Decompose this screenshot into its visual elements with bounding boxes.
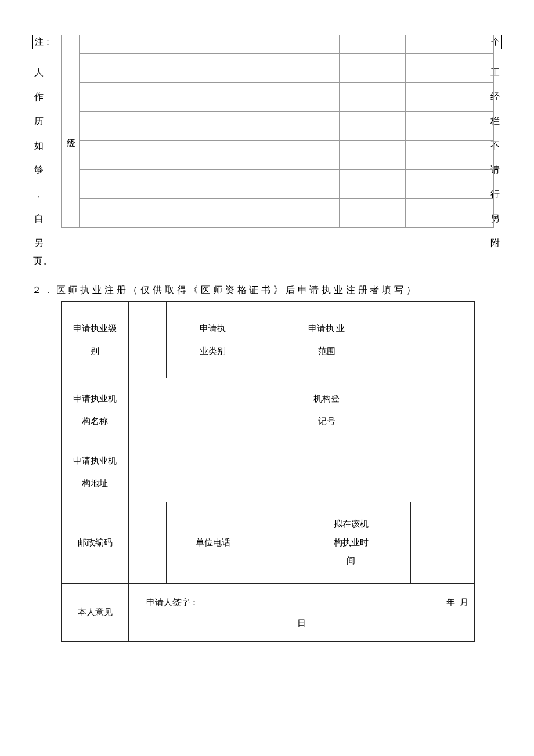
note-left-vertical-text: 人 作 历 如 够 ， 自 另: [34, 60, 45, 255]
phone-value[interactable]: [259, 502, 291, 584]
duration-label: 拟在该机 构执业时 间: [291, 502, 411, 584]
registration-table: 申请执业级 别 申请执 业类别 申请执 业 范围 申请执业机 构名称 机构登 记…: [61, 301, 475, 642]
org-reg-label: 机构登 记号: [291, 378, 362, 442]
exp-cell[interactable]: [118, 141, 340, 170]
duration-value[interactable]: [411, 502, 475, 584]
exp-cell[interactable]: [406, 54, 494, 83]
day-label: 日: [129, 613, 474, 634]
opinion-cell[interactable]: 申请人签字： 年 月 日: [129, 584, 475, 642]
note-label: 注：: [32, 35, 55, 49]
scope-label: 申请执 业 范围: [291, 302, 362, 378]
exp-cell[interactable]: [118, 170, 340, 199]
org-addr-value[interactable]: [129, 442, 475, 502]
exp-cell[interactable]: [80, 54, 118, 83]
org-name-value[interactable]: [129, 378, 291, 442]
exp-cell[interactable]: [406, 199, 494, 228]
phone-label: 单位电话: [167, 502, 259, 584]
exp-cell[interactable]: [118, 35, 340, 54]
experience-table: 经历: [61, 35, 494, 228]
exp-cell[interactable]: [406, 141, 494, 170]
post-value[interactable]: [129, 502, 167, 584]
section2-heading: ２．医师执业注册（仅供取得《医师资格证书》后申请执业注册者填写）: [32, 284, 502, 296]
exp-cell[interactable]: [80, 170, 118, 199]
org-addr-label: 申请执业机 构地址: [62, 442, 129, 502]
scope-value[interactable]: [362, 302, 475, 378]
date-label: 年 月: [446, 592, 474, 613]
exp-cell[interactable]: [80, 199, 118, 228]
exp-cell[interactable]: [340, 35, 406, 54]
category-value[interactable]: [259, 302, 291, 378]
exp-cell[interactable]: [80, 141, 118, 170]
exp-cell[interactable]: [340, 83, 406, 112]
exp-cell[interactable]: [406, 170, 494, 199]
post-label: 邮政编码: [62, 502, 129, 584]
exp-cell[interactable]: [340, 54, 406, 83]
exp-cell[interactable]: [118, 83, 340, 112]
exp-cell[interactable]: [340, 199, 406, 228]
exp-cell[interactable]: [80, 112, 118, 141]
level-value[interactable]: [129, 302, 167, 378]
exp-cell[interactable]: [340, 170, 406, 199]
exp-cell[interactable]: [80, 35, 118, 54]
note-tail-text: 页。: [33, 255, 53, 267]
level-label: 申请执业级 别: [62, 302, 129, 378]
org-reg-value[interactable]: [362, 378, 475, 442]
exp-cell[interactable]: [406, 83, 494, 112]
exp-cell[interactable]: [80, 83, 118, 112]
exp-cell[interactable]: [118, 54, 340, 83]
category-label: 申请执 业类别: [167, 302, 259, 378]
sign-label: 申请人签字：: [146, 592, 199, 613]
opinion-label: 本人意见: [62, 584, 129, 642]
exp-cell[interactable]: [406, 112, 494, 141]
section1-experience: 注： 人 作 历 如 够 ， 自 另 个 工 经 栏 不 请 行 另 附 经历: [32, 35, 502, 267]
exp-cell[interactable]: [118, 199, 340, 228]
exp-cell[interactable]: [340, 112, 406, 141]
exp-cell[interactable]: [118, 112, 340, 141]
exp-cell[interactable]: [406, 35, 494, 54]
experience-side-label: 经历: [62, 35, 80, 228]
exp-cell[interactable]: [340, 141, 406, 170]
org-name-label: 申请执业机 构名称: [62, 378, 129, 442]
